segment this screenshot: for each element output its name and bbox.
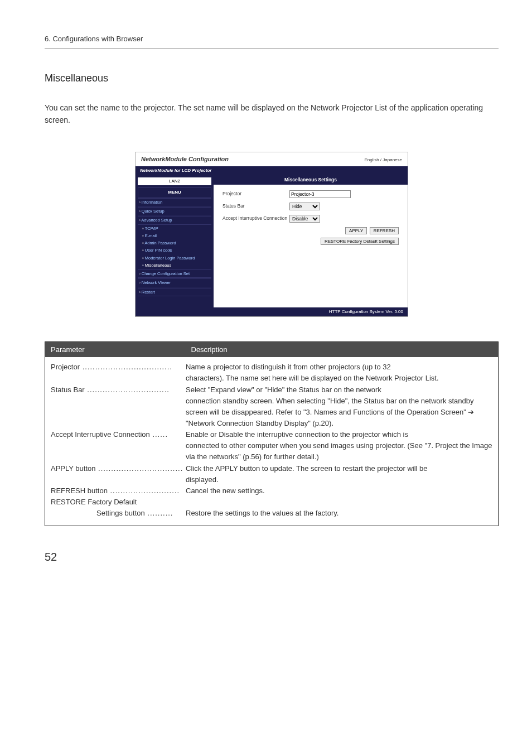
sidebar-item-restart[interactable]: ▫ Restart bbox=[138, 288, 211, 296]
param-label-apply-button: APPLY button bbox=[51, 463, 95, 474]
intro-paragraph: You can set the name to the projector. T… bbox=[45, 102, 499, 127]
param-label-projector: Projector bbox=[51, 362, 80, 373]
table-row: REFRESH button .........................… bbox=[51, 485, 492, 497]
ss-sub-title: NetworkModule for LCD Projector bbox=[136, 166, 408, 175]
param-desc: Name a projector to distinguish it from … bbox=[186, 362, 492, 373]
ss-menu-header: MENU bbox=[138, 187, 211, 198]
table-row: Accept Interruptive Connection ...... En… bbox=[51, 429, 492, 463]
ss-projector-label: Projector bbox=[223, 190, 289, 198]
ss-title-bar: NetworkModule Configuration English / Ja… bbox=[136, 152, 408, 166]
sidebar-item-admin-password[interactable]: ▫ Admin Password bbox=[138, 239, 211, 247]
param-desc: Enable or Disable the interruptive conne… bbox=[186, 429, 492, 440]
param-desc: Cancel the new settings. bbox=[186, 485, 492, 497]
table-header-parameter: Parameter bbox=[45, 341, 186, 357]
table-row: Settings button .......... Restore the s… bbox=[51, 508, 492, 519]
ss-footer-version: HTTP Configuration System Ver. 5.00 bbox=[136, 307, 408, 316]
sidebar-item-network-viewer[interactable]: ▫ Network Viewer bbox=[138, 278, 211, 287]
sidebar-item-tcpip[interactable]: ▫ TCP/IP bbox=[138, 225, 211, 232]
sidebar-item-miscellaneous[interactable]: ▫ Miscellaneous bbox=[138, 262, 211, 269]
sidebar-item-moderator-login[interactable]: ▫ Moderator Login Password bbox=[138, 254, 211, 262]
page-number: 52 bbox=[45, 548, 499, 565]
param-desc: Select "Expand view" or "Hide" the Statu… bbox=[186, 384, 492, 396]
param-label-restore-settings: Settings button bbox=[96, 508, 145, 519]
ss-language-switch[interactable]: English / Japanese bbox=[364, 157, 402, 163]
ss-apply-button[interactable]: APPLY bbox=[345, 227, 367, 234]
ss-refresh-button[interactable]: REFRESH bbox=[370, 227, 399, 234]
param-desc-cont: displayed. bbox=[51, 474, 492, 485]
parameter-table: Parameter Description Projector ........… bbox=[45, 341, 499, 526]
table-row: Status Bar .............................… bbox=[51, 384, 492, 430]
ss-main-panel: Miscellaneous Settings Projector Status … bbox=[214, 175, 408, 307]
table-row: RESTORE Factory Default bbox=[51, 497, 492, 508]
ss-status-select[interactable]: Hide bbox=[289, 203, 320, 210]
page-header: 6. Configurations with Browser bbox=[45, 33, 499, 49]
ss-projector-input[interactable] bbox=[289, 190, 351, 198]
ss-accept-select[interactable]: Disable bbox=[289, 215, 320, 223]
sidebar-item-email[interactable]: ▫ E-mail bbox=[138, 232, 211, 239]
embedded-screenshot: NetworkModule Configuration English / Ja… bbox=[135, 152, 408, 317]
sidebar-item-user-pin[interactable]: ▫ User PIN code bbox=[138, 247, 211, 254]
table-row: APPLY button ...........................… bbox=[51, 463, 492, 485]
param-label-accept: Accept Interruptive Connection bbox=[51, 429, 150, 440]
param-desc: Restore the settings to the values at th… bbox=[186, 508, 492, 519]
ss-restore-button[interactable]: RESTORE Factory Default Settings bbox=[321, 238, 399, 245]
param-desc-cont: connection standby screen. When selectin… bbox=[51, 396, 492, 429]
param-desc-cont: connected to other computer when you sen… bbox=[51, 440, 492, 463]
sidebar-item-advanced-setup[interactable]: ▫ Advanced Setup bbox=[138, 216, 211, 224]
sidebar-item-quick-setup[interactable]: ▫ Quick Setup bbox=[138, 207, 211, 215]
param-label-refresh-button: REFRESH button bbox=[51, 485, 108, 497]
table-header-description: Description bbox=[186, 341, 499, 357]
param-label-status-bar: Status Bar bbox=[51, 384, 85, 396]
param-desc: Click the APPLY button to update. The sc… bbox=[186, 463, 492, 474]
ss-sidebar: LAN2 MENU ▫ Information ▫ Quick Setup ▫ … bbox=[136, 175, 214, 307]
breadcrumb: 6. Configurations with Browser bbox=[45, 35, 143, 43]
page-title: Miscellaneous bbox=[45, 71, 499, 86]
ss-app-title: NetworkModule Configuration bbox=[141, 155, 229, 164]
sidebar-item-change-config[interactable]: ▫ Change Configuration Set bbox=[138, 269, 211, 278]
ss-panel-title: Miscellaneous Settings bbox=[214, 175, 408, 185]
param-desc-cont: characters). The name set here will be d… bbox=[51, 373, 492, 384]
ss-status-label: Status Bar bbox=[223, 203, 289, 210]
table-row: Projector ..............................… bbox=[51, 362, 492, 384]
ss-lan-label: LAN2 bbox=[138, 177, 211, 185]
param-label-restore: RESTORE Factory Default bbox=[51, 497, 137, 508]
ss-accept-label: Accept Interruptive Connection bbox=[223, 215, 289, 222]
sidebar-item-information[interactable]: ▫ Information bbox=[138, 198, 211, 206]
